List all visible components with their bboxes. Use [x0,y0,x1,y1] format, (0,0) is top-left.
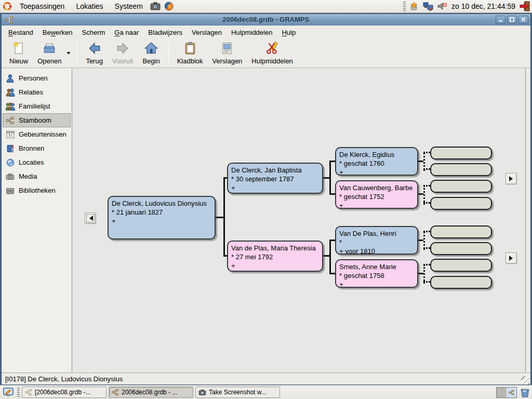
tree-connector [223,177,225,257]
taskbar-window-gramps-minimized[interactable]: [2006dec08.grdb -... [22,387,107,398]
pedigree-right-arrow-button-top[interactable] [506,173,517,184]
person-death: + [339,280,414,288]
reports-button[interactable]: Verslagen [208,40,247,67]
menu-hulpmiddelen[interactable]: Hulpmiddelen [227,26,277,38]
tree-connector-dotted [423,202,430,204]
pedigree-left-arrow-button[interactable] [85,212,96,224]
tree-connector [418,193,423,195]
tools-button-label: Hulpmiddelen [251,58,293,65]
person-box-maternal-grandmother[interactable]: Smets, Anne Marie * geschat 1758 + [335,259,418,288]
empty-person-box [430,197,492,210]
sidebar-item-personen[interactable]: Personen [3,71,71,85]
menubar: Bestand Bewerken Scherm Ga naar Bladwijz… [2,25,530,39]
sidebar-item-bronnen[interactable]: Bronnen [3,141,71,155]
sidebar-item-locaties[interactable]: Locaties [3,155,71,169]
tree-connector-dotted [423,168,430,170]
tasklist-drag-handle[interactable] [17,388,20,397]
sidebar-label: Familielijst [19,102,50,110]
person-death: + voor 1810 [339,247,414,255]
person-box-maternal-grandfather[interactable]: Van De Plas, Henri * + voor 1810 [335,226,418,255]
pedigree-canvas: De Clerck, Ludovicus Dionysius * 21 janu… [72,69,526,372]
minimize-button[interactable] [496,16,506,24]
trash-icon[interactable] [519,387,530,398]
sidebar: Personen Relaties [2,69,72,372]
menu-bewerken[interactable]: Bewerken [38,26,77,38]
gramps-icon [25,389,32,396]
open-dropdown-button[interactable] [66,39,73,68]
network-icon[interactable] [422,1,434,12]
person-box-paternal-grandfather[interactable]: De Klerck, Egidius * geschat 1760 + [335,147,418,176]
media-camera-icon [5,172,15,181]
panel-clock[interactable]: zo 10 dec, 21:44:59 [450,2,516,10]
sidebar-item-stamboom[interactable]: Stamboom [3,113,71,127]
workspace-2-active[interactable] [507,388,516,397]
open-icon [43,42,56,57]
workspace-1[interactable] [497,388,507,397]
menu-bestand[interactable]: Bestand [4,26,38,38]
menu-ga-naar[interactable]: Ga naar [110,26,143,38]
menu-bladwijzers[interactable]: Bladwijzers [143,26,187,38]
desktop: Toepassingen Lokaties Systeem [0,0,532,399]
firefox-icon[interactable] [163,1,175,12]
resize-grip[interactable] [521,376,529,384]
sidebar-item-familielijst[interactable]: Familielijst [3,99,71,113]
menu-hulp[interactable]: Hulp [277,26,300,38]
home-button-label: Begin [142,58,159,65]
new-button[interactable]: Nieuw [5,40,33,67]
taskbar-window-screenshot[interactable]: Take Screenshot w... [195,387,280,398]
tools-button[interactable]: Hulpmiddelen [247,40,298,67]
person-box-father[interactable]: De Clerck, Jan Baptista * 30 september 1… [227,163,323,194]
ubuntu-logo-icon[interactable] [2,1,13,12]
right-triangle-icon [509,176,515,181]
panel-menu-applications[interactable]: Toepassingen [15,1,69,11]
forward-button-label: Vooruit [112,58,133,65]
show-desktop-button[interactable] [2,387,15,398]
panel-menu-places[interactable]: Lokaties [71,1,108,11]
pedigree-right-arrow-button-bottom[interactable] [506,252,517,264]
sidebar-item-gebeurtenissen[interactable]: 31 Gebeurtenissen [3,127,71,141]
svg-text:31: 31 [8,134,12,138]
volume-muted-icon[interactable] [436,1,448,12]
maximize-button[interactable] [507,16,517,24]
sidebar-item-media[interactable]: Media [3,169,71,183]
sidebar-label: Personen [19,74,48,82]
sidebar-item-relaties[interactable]: Relaties [3,85,71,99]
taskbar-window-label: 2006dec08.grdb - ... [122,389,177,396]
scratchpad-button[interactable]: Kladblok [172,40,208,67]
titlebar[interactable]: 2006dec08.grdb - GRAMPS [2,14,530,25]
tree-connector [329,273,335,274]
menu-scherm[interactable]: Scherm [77,26,110,38]
person-box-mother[interactable]: Van de Plas, Maria Theresia * 27 mei 179… [227,241,323,272]
person-birth: * 21 januari 1827 [112,208,211,217]
family-list-icon [5,102,15,111]
logout-icon[interactable] [519,1,530,12]
open-button[interactable]: Openen [33,40,66,67]
forward-arrow-icon [116,42,129,57]
screenshot-camera-icon[interactable] [150,1,161,12]
tree-connector [323,255,329,257]
tree-connector-dotted [423,281,430,283]
gnome-bottom-panel: [2006dec08.grdb -... 2006dec08.grdb - ..… [0,385,532,399]
gramps-window: 2006dec08.grdb - GRAMPS Bestand Bewerken… [1,14,531,384]
tray-drag-handle[interactable] [403,2,406,11]
update-notifier-icon[interactable] [408,1,420,12]
empty-person-box [430,242,492,255]
repositories-archive-icon [5,186,15,195]
close-button[interactable] [518,16,528,24]
tree-connector [418,240,423,241]
open-button-label: Openen [37,58,61,65]
panel-menu-system[interactable]: Systeem [110,1,148,11]
person-box-paternal-grandmother[interactable]: Van Cauwenberg, Barbe * geschat 1752 + [335,180,418,209]
home-button[interactable]: Begin [138,40,164,67]
forward-button[interactable]: Vooruit [108,40,138,67]
new-document-icon [12,42,25,57]
gnome-top-panel: Toepassingen Lokaties Systeem [0,0,532,13]
menu-verslagen[interactable]: Verslagen [187,26,227,38]
back-button[interactable]: Terug [81,40,108,67]
person-box-root[interactable]: De Clerck, Ludovicus Dionysius * 21 janu… [108,196,216,240]
taskbar-window-gramps-active[interactable]: 2006dec08.grdb - ... [109,387,193,398]
tree-connector [418,273,423,274]
tree-connector [329,161,331,195]
sidebar-item-bibliotheken[interactable]: Bibliotheken [3,183,71,197]
tree-connector [329,193,335,195]
